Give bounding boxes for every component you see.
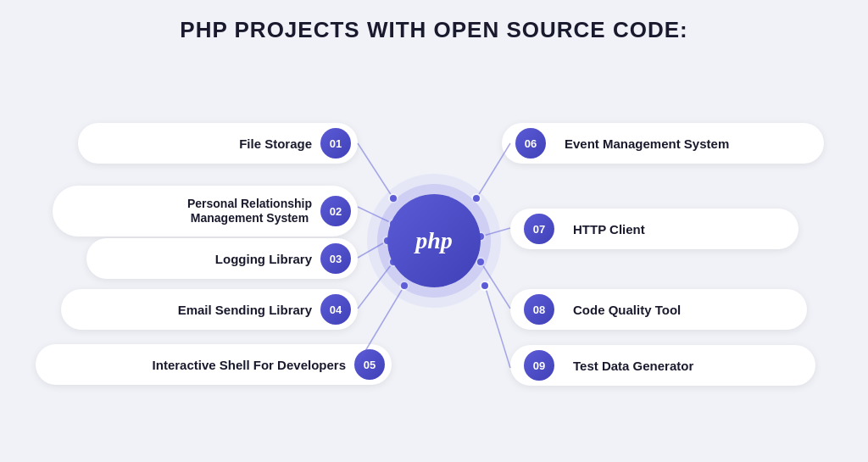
item-number: 06 (515, 128, 546, 159)
item-number: 04 (320, 294, 351, 325)
page-title: PHP PROJECTS WITH OPEN SOURCE CODE: (180, 17, 687, 43)
list-item: Personal RelationshipManagement System 0… (53, 186, 358, 237)
svg-line-6 (481, 228, 510, 237)
list-item: Email Sending Library 04 (61, 289, 358, 330)
svg-line-0 (358, 143, 393, 198)
list-item: Interactive Shell For Developers 05 (36, 344, 392, 385)
item-number: 09 (524, 350, 554, 381)
svg-point-13 (400, 281, 409, 290)
svg-line-3 (358, 262, 393, 309)
item-number: 05 (354, 349, 385, 380)
list-item: 09 Test Data Generator (510, 345, 815, 386)
item-number: 02 (320, 196, 351, 226)
list-item: File Storage 01 (78, 123, 358, 164)
svg-line-8 (485, 286, 510, 368)
svg-point-14 (472, 194, 481, 203)
svg-line-1 (358, 207, 393, 224)
list-item: 07 HTTP Client (510, 209, 798, 249)
svg-point-16 (476, 258, 485, 266)
item-number: 03 (320, 243, 351, 274)
item-number: 08 (524, 294, 554, 325)
list-item: 08 Code Quality Tool (510, 289, 807, 330)
php-logo: php (387, 194, 481, 287)
list-item: 06 Event Management System (502, 123, 824, 164)
php-label: php (415, 227, 453, 254)
item-number: 01 (320, 128, 351, 159)
svg-line-2 (358, 241, 387, 258)
svg-point-17 (481, 281, 489, 290)
svg-point-9 (389, 194, 398, 203)
item-number: 07 (524, 214, 554, 244)
list-item: Logging Library 03 (86, 238, 358, 279)
diagram-container: php File Storage 01 Personal Relationshi… (27, 58, 841, 423)
svg-line-7 (481, 262, 510, 309)
